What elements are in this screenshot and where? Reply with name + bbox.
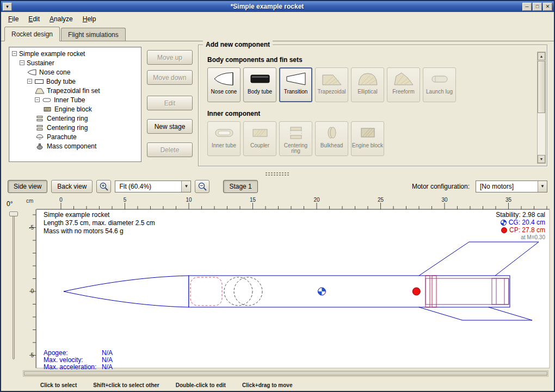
add-engine-block-button: Engine block [351,121,384,156]
palette-scrollbar[interactable]: ▲ ▼ [537,52,546,164]
splitter-handle[interactable] [1,171,554,177]
tree-item-simple-example-rocket[interactable]: −Simple example rocket [9,49,141,58]
tree-item-label: Parachute [47,133,77,141]
collapse-icon[interactable]: − [12,51,17,56]
zoom-combobox[interactable]: Fit (60.4%) ▼ [115,181,191,192]
zoom-in-button[interactable] [96,180,111,193]
menu-edit[interactable]: Edit [23,14,45,24]
hint-click-drag-to-move: Click+drag to move [242,382,293,388]
add-body-tube-button[interactable]: Body tube [243,67,276,102]
tree-item-parachute[interactable]: Parachute [9,132,141,141]
inner-tube-icon [213,125,235,141]
palette-button-label: Elliptical [357,89,378,95]
tree-item-engine-block[interactable]: Engine block [9,104,141,114]
cp-icon [501,227,507,233]
scroll-up-icon[interactable]: ▲ [538,52,545,60]
mass-icon [35,143,45,150]
zoom-out-button[interactable] [195,180,209,193]
tree-item-body-tube[interactable]: −Body tube [9,77,141,86]
tree-item-nose-cone[interactable]: Nose cone [9,67,141,77]
menu-help[interactable]: Help [78,14,101,24]
rocket-view: 0° cm 05101520253035 -505 [1,196,554,379]
side-view-button[interactable]: Side view [8,180,47,193]
motor-configuration-combobox[interactable]: [No motors] ▼ [476,181,547,192]
chevron-down-icon[interactable]: ▼ [538,181,547,192]
motor-configuration-label: Motor configuration: [412,183,470,190]
cp-marker-icon [412,288,420,295]
move-down-button: Move down [147,70,193,85]
cg-value: CG: 20.4 cm [496,219,545,226]
add-centering-ring-button: Centering ring [279,121,312,156]
collapse-icon[interactable]: − [27,79,32,84]
collapse-icon[interactable]: − [35,97,40,102]
transition-icon [285,71,307,87]
ruler-unit-label: cm [26,198,33,204]
canvas-hscrollbar[interactable] [23,370,548,377]
palette-button-label: Transition [284,89,308,95]
chevron-down-icon[interactable]: ▼ [181,181,190,192]
delete-button: Delete [147,142,193,157]
palette-button-label: Centering ring [280,143,312,154]
minimize-button[interactable]: ─ [522,3,532,11]
zoom-out-icon [198,182,207,191]
scroll-down-icon[interactable]: ▼ [538,155,545,163]
mach-value: at M=0.30 [496,234,545,241]
fin-trapezoidal-icon [321,71,343,87]
svg-text:25: 25 [378,197,384,203]
tree-action-buttons: Move up Move down Edit New stage Delete [147,50,193,157]
palette-button-label: Body tube [248,89,272,95]
hscrollbar-thumb[interactable] [24,371,547,376]
back-view-button[interactable]: Back view [51,180,92,193]
add-transition-button[interactable]: Transition [279,67,312,102]
svg-text:15: 15 [250,197,256,203]
tab-rocket-design[interactable]: Rocket design [4,27,60,41]
parachute-icon [35,134,45,140]
palette-button-label: Engine block [352,143,383,148]
body-tube-icon [249,71,271,87]
tab-bar: Rocket designFlight simulations [1,26,554,41]
add-nose-cone-button[interactable]: Nose cone [207,67,240,102]
add-elliptical-button: Elliptical [351,67,384,102]
component-tree: −Simple example rocket−SustainerNose con… [9,47,141,162]
tree-item-label: Body tube [46,78,76,85]
tab-flight-simulations[interactable]: Flight simulations [61,28,126,41]
view-toolbar: Side view Back view Fit (60.4%) ▼ Stage … [1,177,554,196]
tree-item-centering-ring[interactable]: Centering ring [9,123,141,132]
tree-item-centering-ring[interactable]: Centering ring [9,114,141,123]
coupler-icon [249,125,271,141]
window-menu-button[interactable]: ▾ [3,3,12,11]
body-tube-shape[interactable] [189,276,510,307]
zoom-value: Fit (60.4%) [115,181,181,192]
collapse-icon[interactable]: − [20,60,24,65]
palette-button-label: Bulkhead [320,143,343,148]
add-freeform-button: Freeform [387,67,420,102]
stability-value: Stability: 2.98 cal [496,211,545,219]
tree-item-label: Engine block [54,105,92,113]
tree-item-inner-tube[interactable]: −Inner Tube [9,95,141,104]
hint-click-to-select: Click to select [40,382,77,388]
svg-text:5: 5 [124,197,127,203]
bulkhead-icon [321,125,343,141]
rotation-slider-handle[interactable] [9,211,18,216]
centering-ring-icon [35,125,45,131]
menu-file[interactable]: File [3,14,23,24]
cg-icon [501,220,507,226]
add-component-title: Add new component [203,41,273,48]
edit-button: Edit [147,96,193,110]
tree-item-trapezoidal-fin-set[interactable]: Trapezoidal fin set [9,86,141,95]
new-stage-button[interactable]: New stage [147,119,193,134]
tree-item-mass-component[interactable]: Mass component [9,141,141,151]
maximize-button[interactable]: □ [533,3,542,11]
rocket-name: Simple example rocket [44,211,155,219]
scrollbar-thumb[interactable] [538,61,545,113]
close-button[interactable]: ✕ [543,3,552,11]
rotation-slider[interactable] [13,213,15,359]
add-coupler-button: Coupler [243,121,276,156]
add-inner-tube-button: Inner tube [207,121,240,156]
stage-1-toggle[interactable]: Stage 1 [223,180,257,193]
tree-item-sustainer[interactable]: −Sustainer [9,58,141,67]
title-bar[interactable]: ▾ *Simple example rocket ─ □ ✕ [1,1,554,12]
tree-item-label: Centering ring [47,115,88,122]
menu-analyze[interactable]: Analyze [45,14,78,24]
move-up-button: Move up [147,50,193,65]
